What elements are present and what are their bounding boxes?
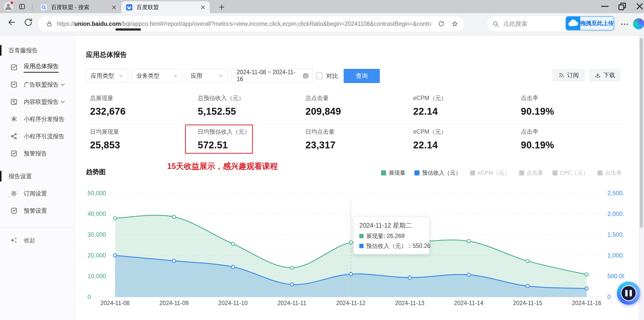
sidebar-item-0-5[interactable]: 预警报告 <box>0 145 74 162</box>
copilot-icon[interactable] <box>633 18 644 29</box>
browser-window: 百度联盟 - 搜索百度联盟 https://union.baidu.com/bq… <box>0 0 644 320</box>
data-point[interactable] <box>172 215 176 218</box>
legend-item-1[interactable]: 预估收入（元） <box>414 169 461 177</box>
data-point[interactable] <box>408 276 411 279</box>
legend-label: CPC（元） <box>560 169 588 177</box>
sidebar-item-0-0[interactable]: 应用总体报告 <box>0 59 74 76</box>
stat-value: 209,849 <box>305 106 409 117</box>
date-range-picker[interactable]: 2024-11-08 ~ 2024-11-16 <box>231 69 313 83</box>
legend-item-4[interactable]: CPC（元） <box>552 169 588 177</box>
browser-tab-1[interactable]: 百度联盟 <box>121 1 210 13</box>
app-type-select[interactable]: 应用类型 <box>86 69 128 83</box>
chevron-down-icon <box>64 133 66 139</box>
report-icon <box>10 81 18 88</box>
stats-row-daily: 日均展现量25,853日均预估收入（元）572.51日均点击量23,317eCP… <box>86 128 625 151</box>
legend-item-3[interactable]: 点击量 <box>519 169 543 177</box>
back-button[interactable] <box>7 17 17 27</box>
floating-extension-button[interactable] <box>617 282 640 305</box>
alert-icon <box>10 150 18 157</box>
sidebar-item-0-2[interactable]: 内容联盟报告 <box>0 93 74 110</box>
workspaces-icon[interactable] <box>18 3 26 10</box>
stat-label: 日均展现量 <box>90 128 194 136</box>
compare-checkbox[interactable] <box>316 72 323 79</box>
y-left-tick: 0 <box>87 293 91 300</box>
tooltip-row: 预估收入（元）：550.26 <box>359 242 424 250</box>
sidebar-item-label: 应用总体报告 <box>24 62 59 73</box>
x-tick: 2024-11-16 <box>572 300 601 306</box>
browser-tab-0[interactable]: 百度联盟 - 搜索 <box>36 1 121 13</box>
new-tab-button[interactable] <box>218 3 226 11</box>
minimize-button[interactable] <box>599 2 611 11</box>
highlight-red-box <box>185 125 253 154</box>
app-select[interactable]: 应用 <box>186 69 228 83</box>
restore-button[interactable] <box>616 2 628 11</box>
sidebar-item-1-0[interactable]: 订阅设置 <box>0 185 74 202</box>
lock-icon[interactable] <box>46 20 53 27</box>
legend-item-5[interactable]: 点击率 <box>597 169 622 177</box>
gear-icon <box>10 190 18 197</box>
close-tab-icon[interactable] <box>111 4 117 11</box>
data-point[interactable] <box>114 254 117 257</box>
browser-menu-icon[interactable] <box>620 20 629 29</box>
chart-tooltip: 2024-11-12 星期二展现量: 26,269预估收入（元）：550.26 <box>353 217 429 254</box>
chevron-down-icon <box>60 82 66 88</box>
sidebar-item-0-3[interactable]: 小程序分发报告 <box>0 110 74 128</box>
scrollbar-thumb[interactable] <box>640 38 643 228</box>
collapse-icon <box>10 236 18 244</box>
red-annotation: 15天收益展示，感兴趣观看课程 <box>142 161 303 172</box>
sidebar-collapse[interactable]: 收起 <box>0 232 74 249</box>
data-point[interactable] <box>526 285 529 288</box>
sidebar-item-0-1[interactable]: 广告联盟报告 <box>0 76 74 93</box>
close-window-button[interactable] <box>634 2 644 11</box>
data-point[interactable] <box>172 259 176 263</box>
netdisk-upload-button[interactable]: 拖拽至此上传 <box>566 16 614 30</box>
tab-title: 百度联盟 - 搜索 <box>51 4 111 11</box>
data-point[interactable] <box>290 266 294 269</box>
data-point[interactable] <box>231 265 235 269</box>
stat-1-0: 日均展现量25,853 <box>86 128 194 151</box>
query-button[interactable]: 查询 <box>344 69 380 83</box>
legend-swatch <box>552 170 558 175</box>
x-tick: 2024-11-13 <box>395 300 425 306</box>
chevron-down-icon <box>218 73 224 78</box>
compare-label: 对比 <box>326 72 338 80</box>
y-left-tick: 30,000 <box>87 231 106 238</box>
translate-refresh-icon[interactable] <box>438 20 445 27</box>
data-point[interactable] <box>349 272 352 276</box>
trend-chart[interactable]: 50,0002,500.0040,0002,000.0030,0001,500.… <box>86 189 625 316</box>
legend-label: 点击量 <box>527 169 543 177</box>
stats-divider <box>86 124 625 124</box>
data-point[interactable] <box>585 273 588 276</box>
baidu-favicon <box>125 4 133 11</box>
address-bar[interactable]: https://union.baidu.com/bqt/appco.html#/… <box>38 16 464 32</box>
sidebar-item-1-1[interactable]: 预警设置 <box>0 202 74 219</box>
data-point[interactable] <box>467 273 470 276</box>
sidebar-item-0-4[interactable]: 小程序引流报告 <box>0 128 74 145</box>
data-point[interactable] <box>114 217 117 220</box>
data-point[interactable] <box>231 242 235 246</box>
stat-0-4: 点击率90.19% <box>517 94 625 117</box>
sidebar-divider <box>0 227 74 228</box>
refresh-button[interactable] <box>23 17 33 27</box>
data-point[interactable] <box>585 287 588 290</box>
data-point[interactable] <box>349 241 352 244</box>
download-button[interactable]: 下载 <box>589 69 620 82</box>
subscribe-button[interactable]: 订阅 <box>552 69 585 82</box>
legend-item-0[interactable]: 展现量 <box>381 169 405 177</box>
sidebar-item-label: 预警设置 <box>24 207 47 215</box>
share-icon <box>10 132 18 140</box>
tooltip-text: 展现量: 26,269 <box>366 232 405 240</box>
search-icon <box>492 20 499 27</box>
stat-value: 25,853 <box>90 140 194 151</box>
search-favicon <box>40 4 48 11</box>
close-tab-icon[interactable] <box>200 4 206 11</box>
favorite-star-icon[interactable] <box>451 20 458 27</box>
stat-label: eCPM（元） <box>413 128 517 136</box>
data-point[interactable] <box>467 239 470 243</box>
data-point[interactable] <box>526 259 529 263</box>
data-point[interactable] <box>290 283 294 286</box>
chevron-down-icon <box>118 73 124 78</box>
business-type-select[interactable]: 业务类型 <box>131 69 182 83</box>
stat-1-3: eCPM（元）22.14 <box>409 128 517 151</box>
legend-item-2[interactable]: eCPM（元） <box>470 169 510 177</box>
